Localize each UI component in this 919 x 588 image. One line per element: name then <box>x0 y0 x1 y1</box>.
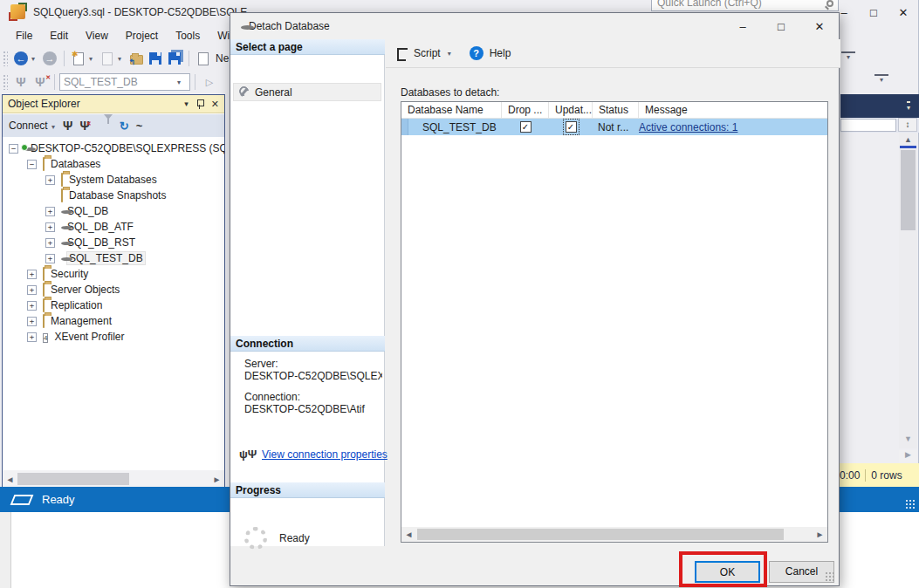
column-status[interactable]: Status <box>593 102 639 118</box>
expand-icon[interactable]: + <box>27 285 37 295</box>
grid-hscrollbar[interactable]: ◄ ► <box>401 527 827 542</box>
save-button[interactable] <box>147 50 164 67</box>
editor-dropdown-fragment[interactable] <box>840 119 896 132</box>
expand-icon[interactable]: + <box>27 270 37 279</box>
refresh-icon[interactable]: ↻ <box>120 120 129 132</box>
column-database-name[interactable]: Database Name <box>401 102 502 118</box>
disconnect-plug-icon[interactable]: Ψ <box>79 120 89 132</box>
grid-row-sql-test-db[interactable]: SQL_TEST_DB ✓ ✓ Not r... Active connecti… <box>401 119 827 135</box>
column-update[interactable]: Updat... <box>549 102 593 118</box>
drop-connections-checkbox[interactable]: ✓ <box>520 121 532 133</box>
new-query-button[interactable]: ✱ <box>70 50 87 67</box>
filter-icon[interactable] <box>104 120 113 132</box>
maximize-button[interactable]: □ <box>859 0 888 24</box>
tree-item-xevent-profiler[interactable]: + 4 XEvent Profiler <box>3 329 224 345</box>
tree-item-server-objects[interactable]: + Server Objects <box>3 282 224 297</box>
new-query-dropdown-icon[interactable]: ▾ <box>89 55 97 63</box>
new-item-button[interactable] <box>99 50 116 67</box>
menu-edit[interactable]: Edit <box>41 26 77 45</box>
vscroll-thumb[interactable] <box>901 150 916 230</box>
tree-item-management[interactable]: + Management <box>3 313 224 329</box>
close-button[interactable]: ✕ <box>888 0 918 24</box>
tree-item-security[interactable]: + Security <box>3 266 224 282</box>
tree-item-sql-db-atf[interactable]: + SQL_DB_ATF <box>3 219 224 235</box>
pin-icon[interactable] <box>196 99 203 109</box>
navigate-back-button[interactable]: ← <box>12 50 30 67</box>
expand-icon[interactable]: + <box>27 317 37 326</box>
menu-view[interactable]: View <box>77 26 117 45</box>
scroll-down-icon[interactable]: ▼ <box>899 434 917 448</box>
expand-icon[interactable]: + <box>27 332 37 342</box>
expand-icon[interactable]: + <box>45 207 55 216</box>
save-all-button[interactable] <box>166 50 183 67</box>
row-selector-cell[interactable] <box>401 119 408 135</box>
scroll-right-icon[interactable]: ► <box>209 475 224 484</box>
object-explorer-hscrollbar[interactable]: ◄ ► <box>3 470 224 488</box>
resize-grip[interactable] <box>905 499 916 509</box>
connect-icon[interactable]: Ψ <box>12 73 30 91</box>
toolbar-grip[interactable] <box>3 51 8 66</box>
tree-item-sql-db-rst[interactable]: + SQL_DB_RST <box>3 235 224 250</box>
update-statistics-checkbox[interactable]: ✓ <box>566 121 577 133</box>
tree-item-server[interactable]: − DESKTOP-C52QDBE\SQLEXPRESS (SQL <box>3 140 224 156</box>
connect-dropdown-button[interactable]: Connect ▾ <box>9 120 56 132</box>
tree-item-database-snapshots[interactable]: Database Snapshots <box>3 188 224 203</box>
page-item-general[interactable]: General <box>234 84 381 100</box>
help-button[interactable]: Help <box>490 47 511 59</box>
tree-item-system-databases[interactable]: + System Databases <box>3 172 224 188</box>
expand-icon[interactable]: + <box>27 301 37 311</box>
scroll-up-icon[interactable]: ▲ <box>899 133 917 144</box>
tree-item-sql-test-db[interactable]: + SQL_TEST_DB <box>3 250 224 266</box>
collapse-icon[interactable]: − <box>9 144 18 154</box>
collapse-icon[interactable]: − <box>27 160 37 169</box>
script-button[interactable]: Script <box>414 47 441 59</box>
overflow-chevron-icon[interactable]: ▾ <box>907 101 910 112</box>
panel-dropdown-icon[interactable]: ▾ <box>184 99 189 108</box>
dialog-close-button[interactable]: ✕ <box>800 13 839 39</box>
view-connection-properties-link[interactable]: View connection properties <box>262 448 387 461</box>
dialog-maximize-button[interactable]: □ <box>762 13 800 39</box>
tree-item-databases[interactable]: − Databases <box>3 156 224 172</box>
new-item-dropdown-icon[interactable]: ▾ <box>118 55 126 63</box>
dialog-titlebar[interactable]: Detach Database – □ ✕ <box>230 13 839 39</box>
scroll-right-icon[interactable]: ► <box>813 530 827 539</box>
dialog-minimize-button[interactable]: – <box>724 13 762 39</box>
scroll-right-icon[interactable]: ▶ <box>899 450 917 462</box>
back-dropdown-icon[interactable]: ▾ <box>31 55 39 63</box>
splitter-button[interactable]: ↕ <box>898 118 917 132</box>
status-ready-text: Ready <box>42 493 75 506</box>
execute-icon[interactable]: ▷ <box>201 73 218 91</box>
expand-icon[interactable]: + <box>45 254 55 263</box>
scroll-left-icon[interactable]: ◄ <box>401 530 416 539</box>
active-connections-link[interactable]: Active connections: 1 <box>639 121 737 133</box>
expand-icon[interactable]: + <box>45 222 55 232</box>
toolbar-grip[interactable] <box>3 74 8 90</box>
menu-project[interactable]: Project <box>117 26 167 45</box>
expand-icon[interactable]: + <box>45 175 55 185</box>
hscroll-thumb[interactable] <box>417 529 784 540</box>
navigate-forward-button[interactable]: → <box>41 50 58 67</box>
generate-script-icon[interactable] <box>195 50 212 67</box>
panel-close-icon[interactable]: ✕ <box>211 99 219 110</box>
expand-icon[interactable]: + <box>45 238 55 248</box>
connect-plug-icon[interactable]: Ψ <box>63 120 72 132</box>
activity-monitor-icon[interactable]: ~ <box>136 120 143 132</box>
dialog-resize-grip[interactable] <box>825 571 836 583</box>
database-combobox[interactable]: SQL_TEST_DB ▾ <box>59 73 190 91</box>
column-drop[interactable]: Drop ... <box>502 102 549 118</box>
toolbar-overflow-icon[interactable]: ▾ <box>841 51 855 61</box>
menu-file[interactable]: File <box>7 26 41 45</box>
object-explorer-titlebar[interactable]: Object Explorer ▾ ✕ <box>3 95 224 113</box>
disconnect-icon[interactable]: Ψ <box>31 73 49 91</box>
menu-tools[interactable]: Tools <box>167 26 209 45</box>
toolbar-overflow-icon[interactable]: ▾ <box>874 74 888 84</box>
quick-launch-input[interactable]: Quick Launch (Ctrl+Q) <box>651 0 839 11</box>
open-file-button[interactable]: ↰ <box>127 50 145 67</box>
tree-item-sql-db[interactable]: + SQL_DB <box>3 203 224 219</box>
column-message[interactable]: Message <box>639 102 827 118</box>
scroll-left-icon[interactable]: ◄ <box>3 475 17 484</box>
script-dropdown-icon[interactable]: ▾ <box>448 50 456 58</box>
tree-item-replication[interactable]: + Replication <box>3 297 224 313</box>
new-query-text-label[interactable]: Ne <box>216 52 229 65</box>
hscroll-thumb[interactable] <box>17 473 129 485</box>
